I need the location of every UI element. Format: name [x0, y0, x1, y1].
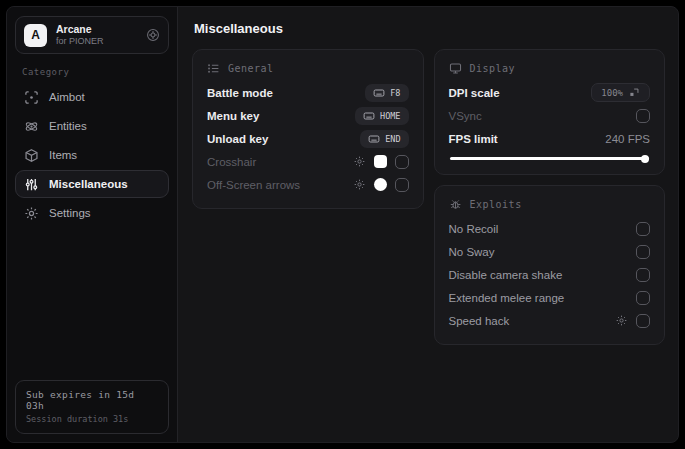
fps-slider-fill	[450, 157, 650, 160]
vsync-checkbox[interactable]	[636, 109, 650, 123]
setting-row-vsync: VSync	[449, 104, 651, 127]
extended-melee-range-checkbox[interactable]	[636, 291, 650, 305]
setting-row-extended-melee-range: Extended melee range	[449, 286, 651, 309]
brand-card: A Arcane for PIONER	[15, 16, 169, 54]
offscreen-arrows-settings-icon[interactable]	[353, 178, 366, 191]
sidebar-item-items[interactable]: Items	[15, 141, 169, 169]
keyboard-icon	[368, 133, 380, 145]
keybind-value: END	[385, 134, 400, 144]
fps-limit-slider[interactable]	[450, 154, 650, 162]
setting-row-speed-hack: Speed hack	[449, 309, 651, 332]
setting-label: VSync	[449, 110, 482, 122]
sidebar-item-entities[interactable]: Entities	[15, 112, 169, 140]
setting-row-fps-limit: FPS limit 240 FPS	[449, 127, 651, 150]
setting-label: No Recoil	[449, 223, 499, 235]
setting-label: Extended melee range	[449, 292, 565, 304]
setting-row-unload-key: Unload key END	[207, 127, 409, 150]
brand-subtitle: for PIONER	[56, 36, 137, 47]
sidebar-item-miscellaneous[interactable]: Miscellaneous	[15, 170, 169, 198]
setting-label: DPI scale	[449, 87, 500, 99]
session-duration-text: Session duration 31s	[26, 414, 158, 424]
sliders-icon	[24, 177, 39, 192]
panel-title: Display	[470, 63, 516, 74]
box-icon	[24, 148, 39, 163]
display-panel: Display DPI scale 100%	[434, 49, 666, 175]
sidebar-item-label: Miscellaneous	[49, 178, 128, 190]
setting-label: Disable camera shake	[449, 269, 563, 281]
sidebar-item-label: Aimbot	[49, 91, 85, 103]
crosshair-color-swatch[interactable]	[374, 155, 387, 168]
crosshair-settings-icon[interactable]	[353, 155, 366, 168]
page-title: Miscellaneous	[194, 21, 665, 36]
keybind-value: HOME	[380, 111, 400, 121]
keyboard-icon	[363, 110, 375, 122]
brand-logo: A	[24, 24, 47, 47]
sidebar-item-label: Items	[49, 149, 77, 161]
keyboard-icon	[373, 87, 385, 99]
setting-label: No Sway	[449, 246, 495, 258]
setting-label: Crosshair	[207, 156, 256, 168]
keybind-button[interactable]: HOME	[355, 107, 408, 125]
panel-title: Exploits	[470, 199, 522, 210]
scan-icon	[24, 90, 39, 105]
sub-expires-text: Sub expires in 15d 03h	[26, 389, 158, 411]
setting-row-no-sway: No Sway	[449, 240, 651, 263]
monitor-icon	[449, 62, 462, 75]
setting-label: FPS limit	[449, 133, 498, 145]
scale-icon	[629, 87, 640, 98]
setting-label: Speed hack	[449, 315, 510, 327]
sidebar: A Arcane for PIONER Category	[7, 7, 178, 442]
list-icon	[207, 62, 220, 75]
speed-hack-checkbox[interactable]	[636, 314, 650, 328]
keybind-button[interactable]: END	[360, 130, 408, 148]
fps-limit-value: 240 FPS	[605, 133, 650, 145]
sidebar-item-settings[interactable]: Settings	[15, 199, 169, 227]
setting-label: Off-Screen arrows	[207, 179, 300, 191]
setting-label: Unload key	[207, 133, 268, 145]
setting-row-crosshair: Crosshair	[207, 150, 409, 173]
general-panel: General Battle mode F8	[192, 49, 424, 209]
disable-camera-shake-checkbox[interactable]	[636, 268, 650, 282]
brand-name: Arcane	[56, 23, 137, 36]
keybind-button[interactable]: F8	[365, 84, 408, 102]
offscreen-arrows-checkbox[interactable]	[395, 178, 409, 192]
dpi-scale-value: 100%	[601, 88, 623, 98]
atom-icon	[24, 119, 39, 134]
no-recoil-checkbox[interactable]	[636, 222, 650, 236]
setting-row-no-recoil: No Recoil	[449, 217, 651, 240]
panel-title: General	[228, 63, 274, 74]
crosshair-checkbox[interactable]	[395, 155, 409, 169]
brand-settings-icon[interactable]	[146, 28, 160, 42]
setting-row-dpi-scale: DPI scale 100%	[449, 81, 651, 104]
gear-icon	[24, 206, 39, 221]
speed-hack-settings-icon[interactable]	[615, 314, 628, 327]
sidebar-item-label: Settings	[49, 207, 91, 219]
setting-label: Battle mode	[207, 87, 273, 99]
slider-knob[interactable]	[641, 155, 649, 163]
main-content: Miscellaneous General B	[178, 7, 678, 442]
no-sway-checkbox[interactable]	[636, 245, 650, 259]
setting-row-offscreen-arrows: Off-Screen arrows	[207, 173, 409, 196]
setting-row-menu-key: Menu key HOME	[207, 104, 409, 127]
offscreen-arrows-color-swatch[interactable]	[374, 178, 387, 191]
bug-icon	[449, 198, 462, 211]
exploits-panel: Exploits No Recoil No Sway Disable camer…	[434, 185, 666, 345]
setting-row-battle-mode: Battle mode F8	[207, 81, 409, 104]
sidebar-item-label: Entities	[49, 120, 87, 132]
setting-label: Menu key	[207, 110, 259, 122]
category-label: Category	[22, 67, 169, 77]
keybind-value: F8	[390, 88, 400, 98]
sidebar-item-aimbot[interactable]: Aimbot	[15, 83, 169, 111]
setting-row-disable-camera-shake: Disable camera shake	[449, 263, 651, 286]
sidebar-nav: Aimbot Entities	[15, 83, 169, 227]
subscription-info: Sub expires in 15d 03h Session duration …	[15, 380, 169, 434]
app-window: A Arcane for PIONER Category	[6, 6, 679, 443]
dpi-scale-select[interactable]: 100%	[591, 83, 650, 102]
